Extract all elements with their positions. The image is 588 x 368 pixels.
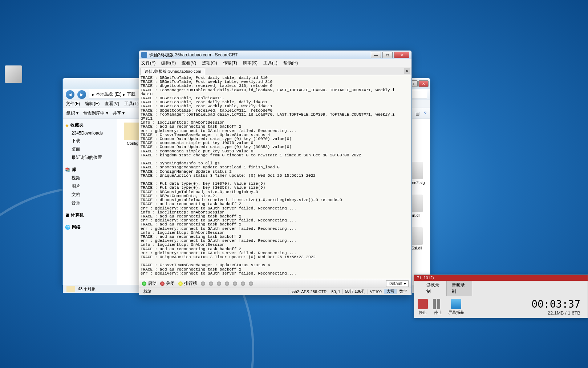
gray-dot-icon[interactable] xyxy=(249,281,253,286)
start-button[interactable]: 启动 xyxy=(142,280,157,287)
gray-dot-icon[interactable] xyxy=(201,281,205,286)
securecrt-maximize-button[interactable]: □ xyxy=(382,52,393,58)
recorder-tabs: 游戏录制 音频录制 xyxy=(421,281,472,296)
stop-button[interactable]: 停止 xyxy=(418,299,428,315)
stop-icon xyxy=(418,299,428,309)
gray-dot-icon[interactable] xyxy=(233,281,237,286)
menu-file[interactable]: 文件(F) xyxy=(66,101,80,107)
status-ready: 就绪 xyxy=(141,289,288,294)
sidebar-item[interactable]: 下载 xyxy=(64,137,115,145)
securecrt-bottombar: 启动 关闭 排行榜 Default ▾ xyxy=(139,279,411,288)
securecrt-statusbar: 就绪 ssh2: AES-256-CTR 50, 1 50行,106列 VT10… xyxy=(139,288,411,295)
securecrt-menubar: 文件(F) 编辑(E) 查看(V) 选项(O) 传输(T) 脚本(S) 工具(L… xyxy=(139,59,411,67)
menu-transfer[interactable]: 传输(T) xyxy=(223,60,237,66)
explorer-sidebar: ★收藏夹 2345Downloads 下载 桌面 最近访问的位置 📚 库 视频 … xyxy=(63,119,117,285)
securecrt-window: 诛仙3终极版-36hao.taobao.com - SecureCRT — □ … xyxy=(139,50,412,295)
default-dropdown[interactable]: Default ▾ xyxy=(386,280,409,287)
menu-tools[interactable]: 工具(T) xyxy=(124,101,138,107)
breadcrumb-segment[interactable]: 下载 xyxy=(127,91,135,97)
recorder-timer: 00:03:37 xyxy=(469,298,584,310)
recorder-coords: 71, 1012) xyxy=(417,276,434,280)
menu-view[interactable]: 查看(V) xyxy=(182,60,196,66)
tab-game-record[interactable]: 游戏录制 xyxy=(421,281,447,296)
toolbar-include[interactable]: 包含到库中 ▾ xyxy=(83,110,108,116)
sidebar-computer-head[interactable]: 🖥 计算机 xyxy=(64,211,115,219)
sidebar-item[interactable]: 视频 xyxy=(64,174,115,182)
red-dot-icon xyxy=(160,281,165,286)
recorder-widget: 71, 1012) 游戏录制 音频录制 停止 停止 屏幕捕获 00:03:37 … xyxy=(414,275,588,318)
terminal-output[interactable]: TRACE : DBGetTopTable, Post daily table,… xyxy=(139,75,411,279)
session-tab[interactable]: 诛仙3终极版-36hao.taobao.com xyxy=(141,68,205,75)
status-text: 43 个对象 xyxy=(78,286,96,292)
securecrt-close-button[interactable]: ✕ xyxy=(394,52,409,58)
menu-script[interactable]: 脚本(S) xyxy=(243,60,257,66)
toolbar-view-icon[interactable]: ▤ xyxy=(415,111,419,116)
sidebar-item[interactable]: 文档 xyxy=(64,191,115,199)
recorder-titlebar[interactable]: 71, 1012) xyxy=(414,275,588,281)
green-dot-icon xyxy=(142,281,146,286)
menu-edit[interactable]: 编辑(E) xyxy=(85,101,100,107)
recycle-bin-desktop-icon[interactable] xyxy=(1,65,26,84)
status-size: 50行,106列 xyxy=(342,289,368,294)
breadcrumb-segment[interactable]: 本地磁盘 (E:) xyxy=(96,91,122,97)
menu-edit[interactable]: 编辑(E) xyxy=(161,60,176,66)
status-caps: 大写 xyxy=(384,289,397,294)
sidebar-item[interactable]: 桌面 xyxy=(64,145,115,153)
sidebar-item[interactable]: 图片 xyxy=(64,182,115,191)
screen-capture-button[interactable]: 屏幕捕获 xyxy=(448,299,464,315)
folder-icon xyxy=(66,286,75,292)
securecrt-minimize-button[interactable]: — xyxy=(371,52,381,58)
explorer-close-button[interactable]: ✕ xyxy=(418,80,429,87)
securecrt-app-icon xyxy=(141,52,147,58)
status-cursor: 50, 1 xyxy=(329,289,342,294)
nav-forward-icon[interactable]: ► xyxy=(77,90,86,99)
sidebar-item[interactable]: 音乐 xyxy=(64,199,115,207)
yellow-dot-icon xyxy=(178,281,183,286)
sidebar-favorites-head[interactable]: ★收藏夹 xyxy=(64,121,115,129)
menu-options[interactable]: 选项(O) xyxy=(202,60,217,66)
status-num: 数字 xyxy=(397,289,409,294)
sidebar-libraries-head[interactable]: 📚 库 xyxy=(64,165,115,174)
securecrt-titlebar[interactable]: 诛仙3终极版-36hao.taobao.com - SecureCRT — □ … xyxy=(139,51,411,59)
status-ssh: ssh2: AES-256-CTR xyxy=(288,289,329,294)
toolbar-share[interactable]: 共享 ▾ xyxy=(113,110,125,116)
gray-dot-icon[interactable] xyxy=(209,281,213,286)
recycle-bin-icon xyxy=(5,65,22,83)
tab-close-icon[interactable]: ✕ xyxy=(404,68,410,74)
monitor-icon xyxy=(451,299,461,309)
securecrt-tabbar: 诛仙3终极版-36hao.taobao.com ✕ xyxy=(139,67,411,75)
pause-button[interactable]: 停止 xyxy=(433,299,443,315)
sidebar-network-head[interactable]: 🌐 网络 xyxy=(64,223,115,231)
rank-button[interactable]: 排行榜 xyxy=(178,280,197,287)
gray-dot-icon[interactable] xyxy=(225,281,229,286)
menu-view[interactable]: 查看(V) xyxy=(105,101,119,107)
menu-help[interactable]: 帮助(H) xyxy=(283,60,298,66)
menu-tools[interactable]: 工具(L) xyxy=(263,60,277,66)
sidebar-item[interactable]: 最近访问的位置 xyxy=(64,153,115,162)
toolbar-help-icon[interactable]: ? xyxy=(424,111,426,116)
pause-icon xyxy=(433,299,443,309)
status-term: VT100 xyxy=(368,289,384,294)
nav-back-icon[interactable]: ◄ xyxy=(66,90,74,99)
tab-audio-record[interactable]: 音频录制 xyxy=(447,281,472,296)
toolbar-organize[interactable]: 组织 ▾ xyxy=(66,110,78,116)
gray-dot-icon[interactable] xyxy=(217,281,221,286)
recorder-body: 停止 停止 屏幕捕获 00:03:37 22.1MB / 1.6TB xyxy=(414,296,588,318)
recorder-size: 22.1MB / 1.6TB xyxy=(469,310,584,316)
close-button[interactable]: 关闭 xyxy=(160,280,175,287)
menu-file[interactable]: 文件(F) xyxy=(141,60,155,66)
gray-dot-icon[interactable] xyxy=(241,281,245,286)
window-title: 诛仙3终极版-36hao.taobao.com - SecureCRT xyxy=(149,52,370,58)
sidebar-item[interactable]: 2345Downloads xyxy=(64,129,115,137)
